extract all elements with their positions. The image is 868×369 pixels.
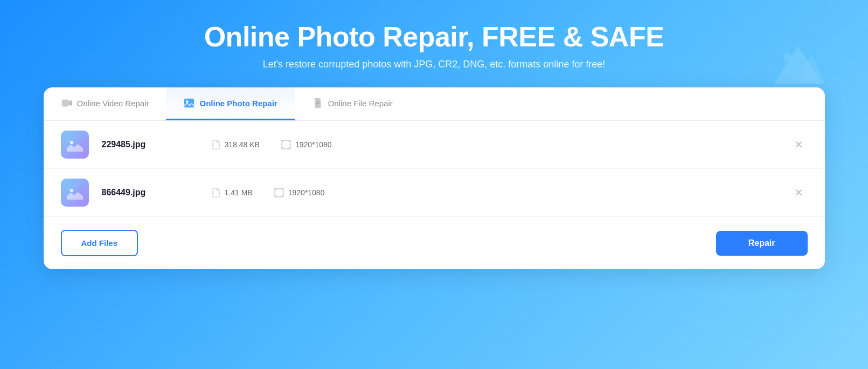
file-remove-button[interactable]: ✕: [790, 136, 808, 153]
tab-photo[interactable]: Online Photo Repair: [166, 87, 294, 120]
tab-video[interactable]: Online Video Repair: [44, 87, 166, 120]
file-thumbnail: [61, 179, 89, 207]
svg-point-14: [70, 189, 73, 192]
table-row: 229485.jpg 318.48 KB: [44, 121, 825, 169]
file-icon: [312, 97, 324, 109]
file-remove-button[interactable]: ✕: [790, 184, 808, 201]
card-footer: Add Files Repair: [44, 217, 825, 269]
photo-icon: [183, 97, 195, 109]
file-dims-value: 1920*1080: [295, 140, 332, 149]
file-size-value: 1.41 MB: [225, 188, 253, 197]
table-row: 866449.jpg 1.41 MB: [44, 169, 825, 217]
file-dimensions: 1920*1080: [274, 188, 325, 197]
tab-video-label: Online Video Repair: [77, 99, 149, 108]
file-size-icon: [212, 140, 220, 149]
file-size-value: 318.48 KB: [225, 140, 260, 149]
file-thumbnail: [61, 131, 89, 159]
svg-rect-5: [184, 99, 194, 108]
file-list: 229485.jpg 318.48 KB: [44, 121, 825, 217]
svg-rect-3: [61, 100, 68, 107]
tab-file-label: Online File Repair: [328, 99, 393, 108]
file-name: 229485.jpg: [102, 140, 199, 149]
file-name: 866449.jpg: [102, 188, 199, 197]
file-size-icon: [212, 188, 220, 197]
file-meta: 1.41 MB 1920*1080: [212, 188, 777, 197]
svg-point-2: [783, 52, 791, 61]
tab-bar: Online Video Repair Online Photo Repair …: [44, 87, 825, 121]
file-size: 318.48 KB: [212, 140, 260, 149]
file-dims-value: 1920*1080: [288, 188, 325, 197]
hero-subtitle: Let's restore corrupted photos with JPG,…: [263, 59, 606, 70]
dimensions-icon: [274, 188, 284, 197]
repair-button[interactable]: Repair: [716, 231, 808, 256]
add-files-button[interactable]: Add Files: [61, 230, 138, 256]
file-meta: 318.48 KB 1920*1080: [212, 140, 777, 149]
svg-point-11: [70, 141, 73, 144]
dimensions-icon: [281, 140, 291, 149]
svg-point-6: [186, 100, 189, 103]
svg-marker-4: [68, 100, 72, 106]
file-dimensions: 1920*1080: [281, 140, 332, 149]
video-icon: [61, 97, 73, 109]
main-card: Online Video Repair Online Photo Repair …: [44, 87, 825, 269]
tab-file[interactable]: Online File Repair: [295, 87, 410, 120]
hero-title: Online Photo Repair, FREE & SAFE: [204, 22, 664, 52]
tab-photo-label: Online Photo Repair: [199, 99, 277, 108]
file-size: 1.41 MB: [212, 188, 253, 197]
